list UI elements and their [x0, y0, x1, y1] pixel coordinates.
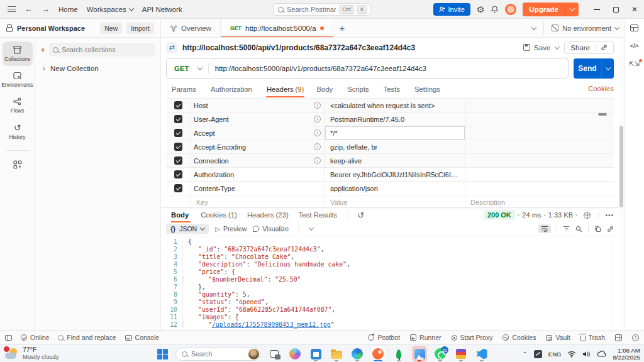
header-checkbox[interactable] — [174, 129, 182, 137]
response-tab[interactable]: Body — [166, 209, 196, 222]
workspace-name[interactable]: Personal Workspace — [17, 25, 96, 32]
new-header-description[interactable]: Description — [465, 195, 614, 209]
chevron-right-icon[interactable]: › — [43, 64, 45, 73]
vault-button[interactable]: Vault — [546, 334, 570, 341]
header-key-cell[interactable]: Authorizationi — [191, 168, 325, 181]
share-button[interactable]: Share — [564, 41, 614, 54]
sidebar-item-flows[interactable]: Flows — [3, 93, 33, 118]
sidebar-item-collections[interactable]: Collections — [3, 41, 33, 66]
header-row[interactable]: User-Agenti PostmanRuntime/7.45.0 — [166, 112, 614, 126]
header-key-cell[interactable]: Accepti — [191, 126, 325, 140]
tray-expand-chevron[interactable]: ⌃ — [522, 351, 527, 358]
header-value-cell[interactable]: */* — [325, 126, 465, 140]
tab-options-chevron[interactable] — [531, 25, 536, 30]
header-row[interactable]: Accepti */* — [166, 126, 614, 140]
response-tab[interactable]: Headers(23) — [242, 209, 294, 222]
collapse-panel-icon[interactable]: ⇱⇲ — [629, 60, 640, 67]
copy-icon[interactable] — [594, 226, 601, 233]
header-description-cell[interactable] — [465, 112, 614, 126]
microsoft-store-button[interactable] — [308, 346, 323, 362]
environment-selector[interactable]: No environment — [562, 25, 611, 32]
upgrade-dropdown[interactable] — [565, 3, 579, 16]
save-response-link-icon[interactable] — [607, 226, 614, 233]
request-tab[interactable]: Scripts — [341, 82, 377, 97]
menu-workspaces[interactable]: Workspaces — [87, 6, 133, 13]
format-options-chevron[interactable] — [309, 225, 314, 230]
response-code[interactable]: 1{2"_id": "68a7372a647c3eeaf124d4c3",3"t… — [161, 236, 611, 330]
console-button[interactable]: Console — [125, 334, 160, 341]
file-explorer-button[interactable] — [329, 346, 344, 362]
header-value-cell[interactable]: PostmanRuntime/7.45.0 — [325, 112, 465, 126]
taskbar-search[interactable] — [175, 348, 261, 361]
response-history-icon[interactable]: ↺ — [357, 211, 364, 220]
header-checkbox[interactable] — [174, 101, 182, 109]
tab-overview[interactable]: Overview — [161, 19, 221, 37]
find-and-replace-button[interactable]: Find and replace — [58, 334, 116, 341]
request-tab[interactable]: Tests — [378, 82, 408, 97]
code-scrollbar-thumb[interactable] — [598, 113, 607, 116]
tray-app-icon[interactable] — [534, 350, 542, 358]
collection-item[interactable]: › New Collection — [35, 60, 160, 77]
filter-icon[interactable] — [563, 226, 570, 232]
taskbar-search-input[interactable] — [191, 350, 239, 358]
method-selector[interactable]: GET — [167, 65, 208, 72]
whatsapp-button[interactable]: 31 — [433, 346, 448, 362]
save-dropdown-chevron[interactable] — [555, 44, 560, 49]
request-tab[interactable]: Settings — [409, 82, 448, 97]
back-arrow[interactable]: ← — [25, 4, 33, 14]
onedrive-cloud-icon[interactable] — [597, 351, 606, 357]
send-dropdown[interactable] — [601, 58, 614, 79]
request-tab[interactable]: Headers(9) — [261, 82, 310, 97]
code-snippet-icon[interactable]: </> — [630, 43, 638, 49]
header-description-cell[interactable] — [465, 154, 614, 167]
online-status[interactable]: Online — [21, 334, 49, 341]
main-menu-icon[interactable] — [8, 6, 16, 12]
global-search[interactable]: Ctrl K — [273, 3, 371, 16]
user-avatar[interactable] — [505, 4, 516, 15]
language-indicator[interactable]: ENG — [548, 351, 562, 358]
header-description-cell[interactable] — [465, 126, 614, 140]
upgrade-button[interactable]: Upgrade — [523, 3, 579, 16]
two-pane-view-icon[interactable] — [615, 334, 622, 341]
menu-api-network[interactable]: API Network — [142, 6, 182, 13]
header-value-cell[interactable]: application/json — [325, 182, 465, 195]
winrar-button[interactable] — [453, 346, 469, 362]
scrollbar-thumb[interactable] — [619, 126, 623, 207]
start-proxy-button[interactable]: Start Proxy — [452, 334, 493, 341]
header-value-cell[interactable]: keep-alive — [325, 154, 465, 167]
mongodb-button[interactable] — [391, 346, 406, 362]
header-checkbox[interactable] — [174, 115, 182, 123]
runner-button[interactable]: ▶Runner — [410, 334, 441, 341]
header-row[interactable]: Accept-Encodingi gzip, deflate, br — [166, 140, 614, 154]
new-header-value[interactable]: Value — [325, 195, 465, 209]
response-link[interactable]: /uploads/1755789098453_mem12.jpg — [212, 321, 331, 328]
import-button[interactable]: Import — [126, 23, 154, 34]
header-key-cell[interactable]: Connectioni — [191, 154, 325, 167]
format-selector[interactable]: {}JSON — [166, 224, 209, 234]
wrap-text-button[interactable] — [538, 224, 551, 233]
header-row[interactable]: Authorizationi Bearer eyJhbGciOiJIUzI1Ni… — [166, 168, 614, 182]
visualize-button[interactable]: Visualize — [253, 225, 289, 233]
settings-gear-icon[interactable]: ⚙ — [477, 4, 485, 14]
header-description-cell[interactable] — [465, 168, 614, 181]
header-value-cell[interactable]: <calculated when request is sent> — [325, 99, 465, 112]
window-close-button[interactable]: ✕ — [625, 0, 644, 19]
new-button[interactable]: New — [100, 23, 122, 34]
window-minimize-button[interactable] — [587, 0, 606, 19]
header-key-cell[interactable]: User-Agenti — [191, 112, 325, 126]
help-icon[interactable]: ? — [632, 334, 639, 341]
toggle-sidebar-icon[interactable] — [5, 335, 12, 341]
preview-button[interactable]: ▷Preview — [215, 225, 247, 233]
taskbar-clock[interactable]: 1:06 AM 8/22/2025 — [613, 347, 640, 361]
copilot-button[interactable] — [287, 346, 303, 362]
environment-chevron[interactable] — [614, 25, 619, 30]
cookies-link[interactable]: Cookies — [588, 85, 614, 92]
main-scrollbar[interactable] — [619, 38, 624, 330]
header-row[interactable]: Hosti <calculated when request is sent> — [166, 99, 614, 112]
menu-home[interactable]: Home — [58, 6, 78, 13]
request-tab[interactable]: Body — [311, 82, 340, 97]
response-tab[interactable]: Cookies(1) — [196, 209, 242, 222]
wifi-icon[interactable] — [567, 351, 576, 358]
add-collection-button[interactable]: + — [40, 45, 45, 55]
header-key-cell[interactable]: Hosti — [191, 99, 325, 112]
